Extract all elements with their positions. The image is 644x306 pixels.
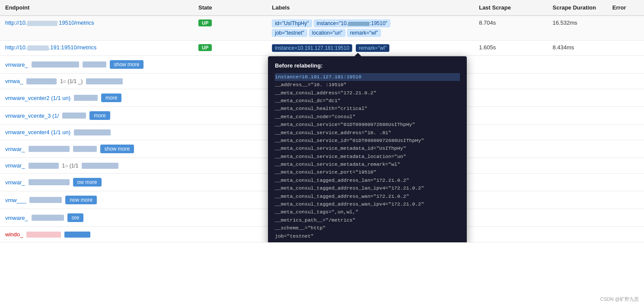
scrape-duration-value: 16.532ms xyxy=(552,19,577,26)
tooltip-line: job="testnet" xyxy=(275,232,460,240)
label-tag-location[interactable]: location="un" xyxy=(309,29,345,37)
scrape-group-name[interactable]: vmwar_ xyxy=(5,179,25,186)
labels-cell-1: id="UsIThpHy" instance="10.:19510" job="… xyxy=(267,16,474,41)
tooltip-line: __meta_consul_tagged_address_wan_ipv4="1… xyxy=(275,200,460,208)
redacted-bar xyxy=(29,146,70,152)
label-tag-job[interactable]: job="testnet" xyxy=(272,29,307,37)
error-cell-1 xyxy=(607,16,644,41)
show-more-button[interactable]: ow more xyxy=(73,178,102,187)
tooltip-line: __meta_consul_tagged_address_wan="172.21… xyxy=(275,193,460,200)
last-scrape-cell-2: 1.605s xyxy=(474,41,547,56)
tooltip-line: __meta_consul_service_id="01DT0990097268… xyxy=(275,137,460,145)
last-scrape-cell-1: 8.704s xyxy=(474,16,547,41)
tooltip-line: __meta_consul_service_port="19510" xyxy=(275,168,460,176)
redacted-bar xyxy=(26,78,57,84)
scrape-group-name[interactable]: vmwa_ xyxy=(5,78,23,84)
col-header-error: Error xyxy=(607,0,644,16)
table-header-row: Endpoint State Labels Last Scrape Scrape… xyxy=(0,0,644,16)
labels-row-2: job="testnet" location="un" remark="wl" xyxy=(272,29,469,37)
col-header-labels: Labels xyxy=(267,0,474,16)
tooltip-highlighted-line: instance=10.191.127.181:19510 xyxy=(275,73,460,81)
show-more-button[interactable]: now more xyxy=(65,196,97,204)
redacted-bar-btn xyxy=(82,163,118,169)
tooltip-line: __meta_consul_dc="dc1" xyxy=(275,97,460,105)
tooltip-lines-container: __address__="10. :19510"__meta_consul_ad… xyxy=(275,81,460,240)
targets-table-container: Endpoint State Labels Last Scrape Scrape… xyxy=(0,0,644,242)
tooltip-line: __meta_consul_service_metadata_remark="w… xyxy=(275,161,460,168)
endpoint-cell: http://10. 19510/metrics xyxy=(0,16,193,41)
scrape-group-name[interactable]: vmware_vcenter4 (1/1 un) xyxy=(5,129,70,135)
redacted-bar xyxy=(83,61,106,68)
last-scrape-value: 8.704s xyxy=(479,19,496,26)
tooltip-line: __meta_consul_health="critical" xyxy=(275,105,460,113)
tooltip-line: __meta_consul_tagged_address_lan_ipv4="1… xyxy=(275,184,460,192)
tooltip-title: Before relabeling: xyxy=(275,61,460,71)
show-more-button[interactable]: more xyxy=(89,111,110,120)
scrape-group-name[interactable]: vmware_vcente_3 (1/ xyxy=(5,113,59,119)
scrape-group-name[interactable]: vmware_ xyxy=(5,61,28,68)
scrape-group-name-error[interactable]: windo_ xyxy=(5,231,23,238)
col-header-scrape-duration: Scrape Duration xyxy=(547,0,607,16)
scrape-group-count: 1○ (1/1 xyxy=(62,163,79,169)
tooltip-line: __meta_consul_service_metadata_id="UsITh… xyxy=(275,145,460,152)
tooltip-line: __meta_consul_service_address="10. .81" xyxy=(275,129,460,137)
redacted-bar-btn xyxy=(74,95,98,101)
table-row: http://10. 19510/metrics UP id="UsIThpHy… xyxy=(0,16,644,41)
show-more-button[interactable]: ore xyxy=(67,213,83,222)
labels-row-1: id="UsIThpHy" instance="10.:19510" xyxy=(272,19,469,27)
tooltip-line: __meta_consul_service_metadata_location=… xyxy=(275,153,460,161)
scrape-duration-cell-1: 16.532ms xyxy=(547,16,607,41)
state-cell: UP xyxy=(193,16,267,41)
scrape-group-name[interactable]: vmwar_ xyxy=(5,146,25,152)
error-cell-2 xyxy=(607,41,644,56)
redacted-bar xyxy=(32,215,64,221)
labels-cell-2: instance=10.191.127.181:19510 remark="wl… xyxy=(267,41,474,56)
tooltip-popup: Before relabeling: instance=10.191.127.1… xyxy=(268,56,467,242)
last-scrape-value-2: 1.605s xyxy=(479,44,496,51)
redacted-bar xyxy=(62,113,86,119)
tooltip-line: __meta_consul_tagged_address_lan="172.21… xyxy=(275,177,460,184)
redacted-bar xyxy=(29,163,59,169)
scrape-group-count: 1○ (1/1 _) xyxy=(60,78,83,84)
label-tag-instance[interactable]: instance="10.:19510" xyxy=(314,19,391,27)
tooltip-line: __meta_consul_address="172.21.0.2" xyxy=(275,89,460,97)
scrape-duration-cell-2: 8.434ms xyxy=(547,41,607,56)
redacted-bar-error xyxy=(26,232,61,238)
endpoint-link-2[interactable]: http://10..191:19510/metrics xyxy=(5,44,96,51)
label-tag-remark[interactable]: remark="wl" xyxy=(347,29,381,37)
endpoint-cell-2: http://10..191:19510/metrics xyxy=(0,41,193,56)
tooltip-line: __scheme__="http" xyxy=(275,224,460,232)
label-tag-remark-2[interactable]: remark="wl" xyxy=(356,44,389,52)
scrape-group-name[interactable]: vmw___ xyxy=(5,197,26,203)
redacted-bar xyxy=(29,197,62,203)
label-tag-id[interactable]: id="UsIThpHy" xyxy=(272,19,312,27)
show-more-button[interactable]: show more xyxy=(100,145,134,153)
show-more-button[interactable]: more xyxy=(101,93,121,102)
redacted-bar-btn xyxy=(74,129,111,135)
redacted-bar xyxy=(29,179,70,185)
label-tag-instance-highlighted[interactable]: instance=10.191.127.181:19510 xyxy=(272,44,352,52)
tooltip-line: __address__="10. :19510" xyxy=(275,81,460,89)
labels-container: id="UsIThpHy" instance="10.:19510" job="… xyxy=(272,19,469,37)
state-badge-up-2: UP xyxy=(198,44,212,51)
col-header-endpoint: Endpoint xyxy=(0,0,193,16)
tooltip-line: __meta_consul_tags=",un,wl," xyxy=(275,208,460,216)
state-badge-up: UP xyxy=(198,19,212,26)
endpoint-link[interactable]: http://10. 19510/metrics xyxy=(5,19,94,26)
redacted-bar-btn-windo xyxy=(64,232,90,238)
state-cell-2: UP xyxy=(193,41,267,56)
redacted-bar xyxy=(73,146,97,152)
tooltip-line: __metrics_path__="/metrics" xyxy=(275,216,460,224)
labels-row-2a: instance=10.191.127.181:19510 remark="wl… xyxy=(272,44,469,52)
redacted-bar xyxy=(32,61,79,68)
show-more-button[interactable]: show more xyxy=(110,60,144,69)
tooltip-line: __meta_consul_node="consul" xyxy=(275,113,460,121)
scrape-duration-value-2: 8.434ms xyxy=(552,44,574,51)
scrape-group-name[interactable]: vmware_vcenter2 (1/1 un) xyxy=(5,95,70,101)
col-header-state: State xyxy=(193,0,267,16)
tooltip-line: __meta_consul_service="01DT09900972686Us… xyxy=(275,121,460,129)
scrape-group-name[interactable]: vmwar_ xyxy=(5,162,25,169)
table-row: http://10..191:19510/metrics UP instance… xyxy=(0,41,644,56)
col-header-last-scrape: Last Scrape xyxy=(474,0,547,16)
scrape-group-name[interactable]: vmware_ xyxy=(5,215,28,221)
